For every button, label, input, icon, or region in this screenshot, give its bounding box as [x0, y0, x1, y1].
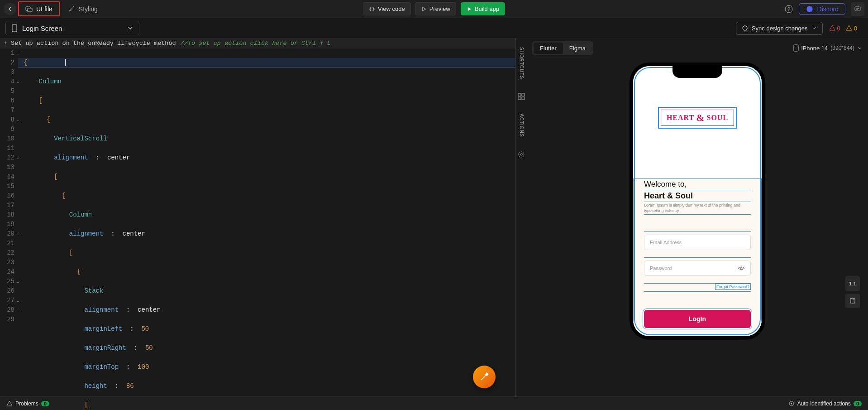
tab-flutter[interactable]: Flutter [534, 43, 563, 54]
preview-stage: HEART & SOUL Welcome to, Heart & Soul Lo… [527, 58, 868, 396]
device-name: iPhone 14 [801, 45, 828, 52]
preview-button[interactable]: Preview [415, 2, 456, 15]
ui-file-icon [25, 5, 33, 13]
logo: HEART & SOUL [661, 110, 734, 126]
status-badges: 0 0 [829, 25, 857, 32]
tab-figma[interactable]: Figma [563, 43, 592, 54]
file-dropdown[interactable]: Login Screen [5, 21, 139, 35]
email-input[interactable]: Email Address [644, 235, 751, 250]
auto-actions-count: 0 [854, 401, 862, 406]
fold-marker[interactable]: − [14, 116, 19, 121]
logo-outline: HEART & SOUL [658, 107, 737, 129]
fold-marker[interactable]: − [14, 278, 19, 283]
discord-label: Discord [817, 5, 839, 13]
svg-rect-9 [522, 97, 525, 100]
file-name: Login Screen [22, 24, 62, 32]
phone-frame: HEART & SOUL Welcome to, Heart & Soul Lo… [630, 63, 765, 340]
error-count: 0 [837, 25, 840, 32]
top-center-buttons: View code Preview Build app [363, 2, 505, 15]
logo-heart: HEART [667, 114, 694, 122]
svg-rect-12 [794, 45, 798, 51]
build-app-label: Build app [475, 5, 499, 12]
target-icon[interactable] [518, 151, 525, 158]
tab-ui-file[interactable]: UI file [18, 1, 60, 16]
sync-button[interactable]: Sync design changes [736, 22, 823, 35]
chat-button[interactable] [851, 2, 864, 16]
framework-tabs: Flutter Figma [532, 41, 593, 55]
svg-point-13 [740, 267, 742, 269]
fold-marker[interactable]: − [14, 78, 19, 83]
build-app-button[interactable]: Build app [461, 2, 505, 15]
auto-identified-actions[interactable]: Auto-identified actions 0 [788, 400, 862, 407]
help-icon[interactable]: ? [784, 5, 793, 14]
editor-column: + Set up action on the onReady lifecycle… [0, 38, 516, 396]
action-hint: //To set up action click here or Ctrl + … [181, 40, 331, 47]
action-label: Set up action on the onReady lifecycle m… [11, 40, 176, 47]
device-dimensions: (390*844) [830, 45, 854, 51]
svg-point-16 [791, 403, 792, 404]
welcome-text: Welcome to, [644, 179, 751, 190]
sync-icon [742, 25, 748, 31]
rail-actions[interactable]: ACTIONS [519, 114, 524, 137]
chevron-down-icon [857, 45, 863, 51]
svg-rect-7 [522, 93, 525, 96]
password-placeholder: Password [650, 265, 672, 271]
chevron-down-icon [811, 25, 817, 31]
target-icon [788, 400, 795, 407]
svg-rect-8 [518, 97, 521, 100]
view-code-button[interactable]: View code [363, 2, 411, 15]
error-badge[interactable]: 0 [829, 25, 840, 32]
back-button[interactable] [4, 3, 16, 15]
phone-screen[interactable]: HEART & SOUL Welcome to, Heart & Soul Lo… [633, 66, 762, 336]
preview-header: Flutter Figma iPhone 14 (390*844) [527, 38, 868, 58]
magic-wand-button[interactable] [473, 366, 496, 388]
preview-panel: Flutter Figma iPhone 14 (390*844) HEART [527, 38, 868, 396]
line-gutter: 1− 23 4− 567 8− 91011 12− 13141516171819… [0, 48, 18, 410]
discord-icon [806, 6, 814, 12]
phone-notch [672, 66, 722, 78]
rail-shortcuts[interactable]: SHORTCUTS [519, 47, 524, 79]
code-editor[interactable]: 1− 23 4− 567 8− 91011 12− 13141516171819… [0, 48, 515, 410]
logo-amp: & [696, 112, 705, 124]
auto-actions-label: Auto-identified actions [797, 400, 851, 407]
tab-styling[interactable]: Styling [62, 0, 104, 18]
svg-point-11 [520, 154, 522, 155]
device-dropdown[interactable]: iPhone 14 (390*844) [793, 44, 863, 52]
action-setup-line[interactable]: + Set up action on the onReady lifecycle… [0, 38, 515, 48]
zoom-reset[interactable]: 1:1 [845, 276, 860, 291]
grid-icon[interactable] [518, 93, 525, 100]
fold-marker[interactable]: − [14, 231, 19, 235]
error-icon [829, 25, 835, 31]
zoom-expand[interactable] [845, 294, 860, 308]
zoom-controls: 1:1 [845, 276, 860, 308]
code-lines[interactable]: { Column [ { VerticalScroll alignment : … [18, 48, 515, 410]
sub-header: Login Screen Sync design changes 0 0 [0, 18, 868, 38]
top-bar: UI file Styling View code Preview Build … [0, 0, 868, 18]
fold-marker[interactable]: − [14, 154, 19, 159]
fold-marker[interactable]: − [14, 307, 19, 311]
lorem-text: Lorem Ipsum is simply dummy text of the … [644, 202, 751, 215]
view-code-label: View code [378, 5, 405, 12]
fold-marker[interactable]: − [14, 297, 19, 302]
plus-icon[interactable]: + [4, 40, 7, 47]
discord-button[interactable]: Discord [799, 3, 845, 15]
svg-rect-6 [518, 93, 521, 96]
brush-icon [68, 5, 75, 13]
sub-header-right: Sync design changes 0 0 [736, 22, 863, 35]
warning-badge[interactable]: 0 [846, 25, 857, 32]
svg-rect-1 [28, 8, 32, 12]
phone-icon [793, 44, 799, 52]
login-button[interactable]: LogIn [644, 310, 751, 328]
code-icon [369, 6, 375, 12]
preview-label: Preview [429, 5, 450, 12]
logo-soul: SOUL [707, 114, 729, 122]
warning-icon [846, 25, 852, 31]
forgot-password-link[interactable]: Forgot Password? [715, 284, 751, 290]
eye-icon[interactable] [738, 265, 745, 271]
phone-icon [11, 24, 18, 32]
brand-text: Heart & Soul [644, 190, 751, 202]
password-input[interactable]: Password [644, 260, 751, 276]
fold-marker[interactable]: − [14, 50, 19, 54]
svg-text:?: ? [787, 6, 790, 12]
email-placeholder: Email Address [650, 240, 682, 245]
